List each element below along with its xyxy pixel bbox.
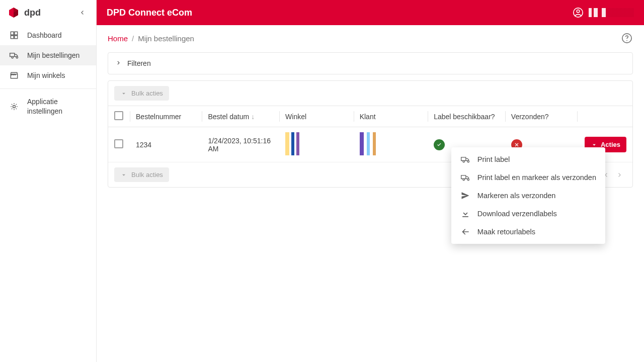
filter-label: Filteren (127, 59, 151, 67)
truck-icon (460, 154, 470, 164)
dropdown-item-label: Maak retourlabels (477, 228, 535, 236)
check-circle-icon (434, 139, 445, 150)
breadcrumb: Home / Mijn bestellingen (108, 34, 194, 43)
sidebar-collapse-button[interactable] (75, 6, 89, 20)
sidebar-divider (0, 88, 96, 89)
action-create-return-labels[interactable]: Maak retourlabels (451, 223, 605, 241)
actions-dropdown: Print label Print label en markeer als v… (451, 147, 605, 244)
bulk-actions-button-top[interactable]: Bulk acties (114, 86, 169, 101)
settings-icon (9, 102, 19, 112)
truck-icon (460, 172, 470, 183)
breadcrumb-home[interactable]: Home (108, 34, 128, 43)
column-date[interactable]: Bestel datum↓ (202, 106, 279, 127)
checkbox-icon (114, 111, 123, 120)
chevron-down-icon (120, 171, 127, 178)
column-actions (577, 106, 632, 127)
filter-toggle[interactable]: Filteren (108, 53, 632, 74)
dashboard-icon (9, 30, 19, 40)
send-icon (460, 191, 470, 201)
breadcrumb-separator: / (132, 34, 134, 43)
sidebar-item-label: Mijn winkels (27, 71, 65, 79)
action-mark-sent[interactable]: Markeren als verzonden (451, 187, 605, 205)
checkbox-icon (114, 139, 123, 148)
dropdown-item-label: Download verzendlabels (477, 210, 557, 218)
sidebar-item-orders[interactable]: Mijn bestellingen (0, 45, 96, 65)
user-name-redacted (589, 8, 634, 17)
column-order[interactable]: Bestelnummer (130, 106, 202, 127)
dropdown-item-label: Markeren als verzonden (477, 192, 556, 200)
svg-point-2 (577, 10, 580, 13)
svg-point-0 (13, 105, 16, 108)
table-header-row: Bestelnummer Bestel datum↓ Winkel Klant … (108, 106, 632, 127)
brand-logo: dpd (0, 0, 96, 25)
help-icon[interactable] (621, 32, 633, 44)
chevron-down-icon (120, 90, 127, 97)
bulk-actions-button-bottom[interactable]: Bulk acties (114, 167, 169, 182)
row-shop-redacted (279, 127, 354, 162)
topbar: DPD Connect eCom (97, 0, 644, 25)
download-icon (460, 209, 470, 219)
brand-name: dpd (24, 8, 41, 18)
sidebar-item-settings[interactable]: Applicatie instellingen (0, 92, 96, 121)
row-customer-redacted (354, 127, 428, 162)
cube-icon (7, 6, 20, 19)
column-customer[interactable]: Klant (354, 106, 428, 127)
sidebar-item-shops[interactable]: Mijn winkels (0, 65, 96, 85)
truck-icon (9, 50, 19, 60)
breadcrumb-current: Mijn bestellingen (138, 34, 194, 43)
bulk-actions-label: Bulk acties (131, 171, 163, 178)
app-title: DPD Connect eCom (107, 8, 192, 18)
table-toolbar-top: Bulk acties (108, 81, 632, 106)
row-order-number: 1234 (130, 127, 202, 162)
column-label-available[interactable]: Label beschikbaar? (428, 106, 505, 127)
action-print-label[interactable]: Print label (451, 150, 605, 168)
column-select-all[interactable] (108, 106, 130, 127)
sidebar: dpd Dashboard Mijn bestellingen Mijn win… (0, 0, 97, 362)
sidebar-item-label: Dashboard (27, 31, 62, 39)
arrow-left-icon (460, 227, 470, 237)
filter-panel: Filteren (108, 52, 633, 74)
dropdown-item-label: Print label en markeer als verzonden (477, 173, 596, 182)
sidebar-item-label: Applicatie instellingen (27, 97, 87, 116)
pager-next-button[interactable] (613, 168, 626, 182)
main: DPD Connect eCom Home / Mijn bestellinge… (97, 0, 644, 362)
user-circle-icon[interactable] (573, 7, 584, 18)
sidebar-item-label: Mijn bestellingen (27, 51, 79, 59)
action-print-label-mark-sent[interactable]: Print label en markeer als verzonden (451, 168, 605, 187)
action-download-labels[interactable]: Download verzendlabels (451, 205, 605, 223)
chevron-right-icon (115, 59, 122, 68)
store-icon (9, 70, 19, 80)
dropdown-item-label: Print label (477, 155, 510, 163)
page-heading: Home / Mijn bestellingen (97, 25, 644, 49)
sidebar-item-dashboard[interactable]: Dashboard (0, 25, 96, 45)
row-checkbox-cell[interactable] (108, 127, 130, 162)
sort-desc-icon: ↓ (251, 113, 255, 121)
column-shop[interactable]: Winkel (279, 106, 354, 127)
bulk-actions-label: Bulk acties (131, 89, 163, 97)
column-sent[interactable]: Verzonden? (505, 106, 577, 127)
svg-point-4 (626, 40, 627, 41)
row-order-date: 1/24/2023, 10:51:16 AM (202, 127, 279, 162)
orders-table-panel: Bulk acties Bestelnummer Bestel datum↓ W… (108, 80, 633, 188)
